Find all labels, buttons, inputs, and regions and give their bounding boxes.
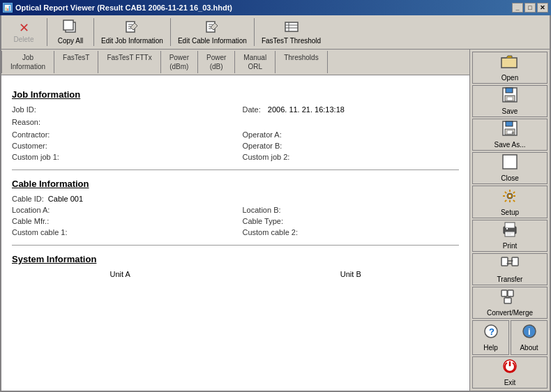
close-button[interactable]: Close (472, 152, 548, 184)
svg-rect-27 (503, 155, 517, 169)
cable-type-row: Cable Type: (243, 217, 460, 225)
svg-line-34 (505, 191, 506, 193)
tab-fastest-fttx[interactable]: FasTesT FTTx (98, 51, 160, 73)
setup-icon (501, 188, 518, 207)
svg-rect-50 (501, 290, 507, 296)
date-value: 2006. 11. 21. 16:13:18 (268, 105, 345, 114)
separator-4 (254, 18, 255, 46)
tab-fastest[interactable]: FasTesT (54, 51, 98, 73)
tab-power-dbm[interactable]: Power(dBm) (161, 51, 198, 73)
setup-button[interactable]: Setup (472, 186, 548, 218)
unit-b-label: Unit B (340, 270, 361, 278)
tab-thresholds[interactable]: Thresholds (276, 51, 327, 73)
svg-text:+: + (511, 130, 515, 136)
transfer-icon (501, 255, 519, 274)
operator-a-label: Operator A: (243, 130, 282, 139)
tab-job-information[interactable]: JobInformation (1, 51, 54, 73)
edit-cable-label: Edit Cable Information (178, 37, 247, 45)
maximize-button[interactable]: □ (524, 3, 536, 13)
svg-rect-12 (285, 22, 298, 31)
save-as-label: Save As... (494, 141, 525, 149)
edit-cable-button[interactable]: Edit Cable Information (173, 17, 252, 47)
save-as-button[interactable]: + Save As... (472, 119, 548, 151)
svg-line-37 (505, 199, 506, 201)
minimize-button[interactable]: _ (512, 3, 523, 13)
print-button[interactable]: Print (472, 220, 548, 252)
svg-rect-23 (506, 121, 513, 126)
edit-job-button[interactable]: Edit Job Information (96, 17, 168, 47)
fastest-icon (284, 20, 299, 36)
reason-row: Reason: (12, 118, 459, 126)
reason-label: Reason: (12, 118, 40, 126)
tab-power-db[interactable]: Power(dB) (198, 51, 235, 73)
about-button[interactable]: i About (511, 320, 548, 355)
print-label: Print (503, 242, 518, 250)
convert-merge-icon (501, 289, 519, 308)
custom-cable-2-label: Custom cable 2: (243, 228, 298, 236)
svg-rect-39 (505, 223, 515, 228)
tab-manual-orl[interactable]: ManualORL (235, 51, 276, 73)
transfer-button[interactable]: Transfer (472, 253, 548, 285)
fastest-button[interactable]: FasTesT Threshold (257, 17, 326, 47)
help-about-row: ? Help i About (472, 320, 548, 355)
custom-cable-1-row: Custom cable 1: (12, 228, 229, 236)
cable-id-value: Cable 001 (48, 195, 83, 203)
cable-mfr-row: Cable Mfr.: (12, 217, 229, 225)
separator-1 (47, 18, 47, 46)
open-button[interactable]: Open (472, 52, 548, 84)
svg-line-36 (513, 191, 515, 193)
help-icon: ? (483, 324, 499, 342)
delete-button[interactable]: ✕ Delete (3, 17, 45, 47)
close-icon (502, 154, 518, 173)
custom-job-2-label: Custom job 2: (243, 153, 290, 161)
delete-label: Delete (14, 36, 34, 43)
operator-b-row: Operator B: (243, 142, 460, 150)
custom-job-1-row: Custom job 1: (12, 153, 229, 161)
fastest-label: FasTesT Threshold (262, 37, 321, 45)
svg-rect-41 (506, 228, 508, 229)
cable-id-label: Cable ID: (12, 195, 44, 203)
save-as-icon: + (502, 121, 518, 140)
custom-cable-1-label: Custom cable 1: (12, 228, 67, 236)
about-icon: i (522, 324, 537, 342)
toolbar: ✕ Delete Copy All (1, 15, 550, 50)
svg-rect-1 (63, 20, 73, 30)
sub-toolbar: JobInformation FasTesT FasTesT FTTx Powe… (1, 50, 469, 75)
exit-button[interactable]: Exit (472, 356, 548, 389)
svg-line-35 (513, 199, 515, 201)
cable-info-title: Cable Information (12, 179, 459, 189)
svg-text:?: ? (489, 326, 495, 337)
custom-job-1-label: Custom job 1: (12, 153, 59, 161)
job-id-row: Job ID: (12, 105, 229, 114)
save-button[interactable]: Save (472, 85, 548, 117)
cable-type-label: Cable Type: (243, 217, 284, 225)
custom-job-2-row: Custom job 2: (243, 153, 460, 161)
location-a-label: Location A: (12, 206, 50, 214)
edit-cable-icon (204, 20, 220, 36)
location-b-row: Location B: (243, 206, 460, 214)
copy-all-button[interactable]: Copy All (50, 17, 91, 47)
svg-text:i: i (528, 326, 531, 337)
window-controls[interactable]: _ □ ✕ (512, 3, 548, 13)
job-id-label: Job ID: (12, 105, 36, 114)
close-window-button[interactable]: ✕ (537, 3, 548, 13)
about-label: About (520, 344, 538, 352)
svg-rect-21 (507, 97, 513, 100)
open-label: Open (501, 74, 518, 82)
operator-b-label: Operator B: (243, 142, 282, 150)
svg-rect-19 (506, 88, 513, 93)
separator-2 (93, 18, 94, 46)
open-icon (501, 54, 519, 73)
edit-job-icon (124, 20, 139, 36)
app-icon: 📊 (3, 3, 13, 13)
copy-icon (63, 20, 78, 36)
separator-cable-system (12, 245, 459, 246)
date-label: Date: (243, 105, 261, 114)
location-b-label: Location B: (243, 206, 281, 214)
help-button[interactable]: ? Help (472, 320, 509, 355)
cable-mfr-label: Cable Mfr.: (12, 217, 49, 225)
convert-merge-button[interactable]: Convert/Merge (472, 287, 548, 319)
setup-label: Setup (501, 209, 519, 216)
scroll-area[interactable]: Job Information Job ID: Date: 2006. 11. … (1, 75, 469, 391)
content-area: JobInformation FasTesT FasTesT FTTx Powe… (1, 50, 550, 391)
